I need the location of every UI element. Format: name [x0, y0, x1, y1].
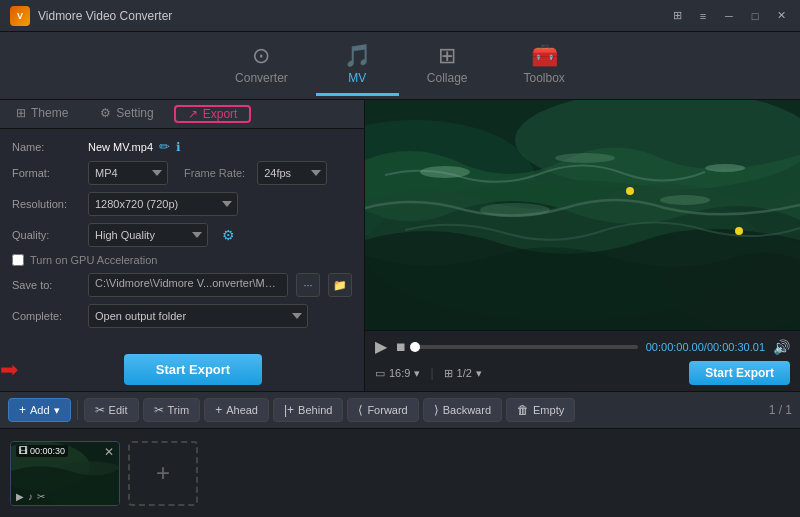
forward-button[interactable]: ⟨ Forward	[347, 398, 418, 422]
ahead-icon: +	[215, 403, 222, 417]
tab-toolbox-label: Toolbox	[524, 71, 565, 85]
plus-icon: +	[156, 459, 170, 487]
collage-icon: ⊞	[438, 43, 456, 69]
converter-icon: ⊙	[252, 43, 270, 69]
name-row: Name: New MV.mp4 ✏ ℹ	[12, 139, 352, 154]
window-controls: ⊞ ≡ ─ □ ✕	[668, 7, 790, 25]
aspect-icon: ▭	[375, 367, 385, 380]
gpu-checkbox[interactable]	[12, 254, 24, 266]
clip-play-icon[interactable]: ▶	[16, 491, 24, 502]
complete-row: Complete: Open output folder	[12, 304, 352, 328]
minimize-button[interactable]: ─	[720, 7, 738, 25]
gpu-label: Turn on GPU Acceleration	[30, 254, 157, 266]
quality-row: Quality: High Quality ⚙	[12, 223, 352, 247]
backward-icon: ⟩	[434, 403, 439, 417]
quality-select[interactable]: High Quality	[88, 223, 208, 247]
resolution-label: Resolution:	[12, 198, 80, 210]
maximize-button[interactable]: □	[746, 7, 764, 25]
progress-handle[interactable]	[410, 342, 420, 352]
volume-icon[interactable]: 🔊	[773, 339, 790, 355]
sub-tab-setting[interactable]: ⚙ Setting	[84, 100, 169, 128]
stop-button[interactable]: ⏹	[395, 340, 407, 354]
scale-selector[interactable]: ⊞ 1/2 ▾	[444, 367, 482, 380]
time-display: 00:00:00.00/00:00:30.01	[646, 341, 765, 353]
trim-button[interactable]: ✂ Trim	[143, 398, 201, 422]
tab-converter-label: Converter	[235, 71, 288, 85]
play-button[interactable]: ▶	[375, 337, 387, 356]
clip-audio-icon[interactable]: ♪	[28, 491, 33, 502]
tab-collage[interactable]: ⊞ Collage	[399, 35, 496, 96]
video-controls: ▶ ⏹ 00:00:00.00/00:00:30.01 🔊 ▭ 16:9 ▾ |…	[365, 330, 800, 391]
edit-name-icon[interactable]: ✏	[159, 139, 170, 154]
menu-button[interactable]: ≡	[694, 7, 712, 25]
scale-chevron: ▾	[476, 367, 482, 380]
grid-button[interactable]: ⊞	[668, 7, 686, 25]
behind-button[interactable]: |+ Behind	[273, 398, 343, 422]
backward-button[interactable]: ⟩ Backward	[423, 398, 502, 422]
complete-select[interactable]: Open output folder	[88, 304, 308, 328]
view-controls: ▭ 16:9 ▾ | ⊞ 1/2 ▾ Start Export	[375, 361, 790, 385]
title-bar: V Vidmore Video Converter ⊞ ≡ ─ □ ✕	[0, 0, 800, 32]
edit-button[interactable]: ✂ Edit	[84, 398, 139, 422]
theme-icon: ⊞	[16, 106, 26, 120]
close-button[interactable]: ✕	[772, 7, 790, 25]
clip-close-button[interactable]: ✕	[104, 445, 114, 459]
mv-icon: 🎵	[344, 43, 371, 69]
toolbox-icon: 🧰	[531, 43, 558, 69]
left-panel: ⊞ Theme ⚙ Setting ↗ Export Name: New MV.…	[0, 100, 365, 391]
add-chevron: ▾	[54, 404, 60, 417]
ahead-button[interactable]: + Ahead	[204, 398, 269, 422]
dots-button[interactable]: ···	[296, 273, 320, 297]
gpu-row: Turn on GPU Acceleration	[12, 254, 352, 266]
save-path: C:\Vidmore\Vidmore V...onverter\MV Expor…	[88, 273, 288, 297]
sub-tab-export[interactable]: ↗ Export	[174, 105, 252, 123]
resolution-row: Resolution: 1280x720 (720p)	[12, 192, 352, 216]
app-title: Vidmore Video Converter	[38, 9, 668, 23]
behind-icon: |+	[284, 403, 294, 417]
sub-tabs: ⊞ Theme ⚙ Setting ↗ Export	[0, 100, 364, 129]
tab-mv[interactable]: 🎵 MV	[316, 35, 399, 96]
tab-converter[interactable]: ⊙ Converter	[207, 35, 316, 96]
start-export-button[interactable]: Start Export	[124, 354, 262, 385]
start-export-right-button[interactable]: Start Export	[689, 361, 790, 385]
scale-icon: ⊞	[444, 367, 453, 380]
arrow-icon: ➡	[0, 357, 18, 383]
quality-settings-icon[interactable]: ⚙	[222, 227, 235, 243]
clip-controls: ▶ ♪ ✂	[16, 491, 45, 502]
aspect-chevron: ▾	[414, 367, 420, 380]
name-value: New MV.mp4 ✏ ℹ	[88, 139, 181, 154]
info-icon[interactable]: ℹ	[176, 140, 181, 154]
trim-icon: ✂	[154, 403, 164, 417]
add-clip-button[interactable]: +	[128, 441, 198, 506]
format-label: Format:	[12, 167, 80, 179]
add-button[interactable]: + Add ▾	[8, 398, 71, 422]
add-icon: +	[19, 403, 26, 417]
app-logo: V	[10, 6, 30, 26]
svg-point-5	[420, 166, 470, 178]
tab-collage-label: Collage	[427, 71, 468, 85]
aspect-ratio-selector[interactable]: ▭ 16:9 ▾	[375, 367, 420, 380]
clip-cut-icon[interactable]: ✂	[37, 491, 45, 502]
svg-point-8	[480, 203, 550, 217]
empty-button[interactable]: 🗑 Empty	[506, 398, 575, 422]
page-indicator: 1 / 1	[769, 403, 792, 417]
timeline-clip-1: 🎞 00:00:30 ▶ ♪ ✂ ✕	[10, 441, 120, 506]
nav-tabs: ⊙ Converter 🎵 MV ⊞ Collage 🧰 Toolbox	[0, 32, 800, 100]
video-thumbnail	[365, 100, 800, 330]
frame-rate-select[interactable]: 24fps	[257, 161, 327, 185]
frame-rate-label: Frame Rate:	[184, 167, 245, 179]
tab-toolbox[interactable]: 🧰 Toolbox	[496, 35, 593, 96]
save-label: Save to:	[12, 279, 80, 291]
svg-point-7	[705, 164, 745, 172]
edit-icon: ✂	[95, 403, 105, 417]
right-panel: ▶ ⏹ 00:00:00.00/00:00:30.01 🔊 ▭ 16:9 ▾ |…	[365, 100, 800, 391]
format-select[interactable]: MP4	[88, 161, 168, 185]
main-content: ⊞ Theme ⚙ Setting ↗ Export Name: New MV.…	[0, 100, 800, 391]
toolbar-separator-1	[77, 400, 78, 420]
format-row: Format: MP4 Frame Rate: 24fps	[12, 161, 352, 185]
folder-button[interactable]: 📁	[328, 273, 352, 297]
resolution-select[interactable]: 1280x720 (720p)	[88, 192, 238, 216]
sub-tab-theme[interactable]: ⊞ Theme	[0, 100, 84, 128]
timeline: 🎞 00:00:30 ▶ ♪ ✂ ✕ +	[0, 429, 800, 517]
progress-bar[interactable]	[415, 345, 638, 349]
